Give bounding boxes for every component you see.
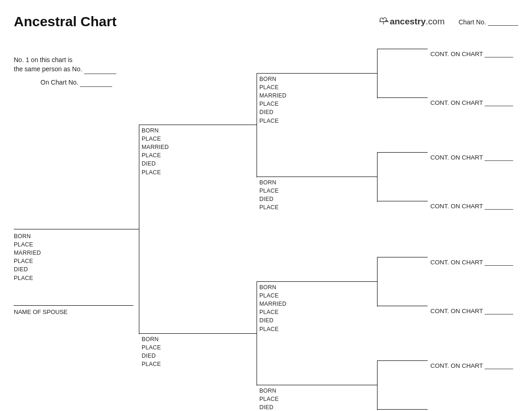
cont-8: CONT. ON CHART xyxy=(430,51,513,57)
bracket-gen3-bot xyxy=(257,281,257,386)
person-3: BORNPLACE DIEDPLACE xyxy=(142,335,257,369)
cont-12: CONT. ON CHART xyxy=(430,259,513,266)
ancestral-tree: BORNPLACE MARRIEDPLACE DIEDPLACE NAME OF… xyxy=(14,91,518,411)
person-1: BORNPLACE MARRIEDPLACE DIEDPLACE xyxy=(14,228,139,282)
person-6: BORNPLACE MARRIEDPLACE DIEDPLACE xyxy=(259,283,374,333)
bracket-gen4-4 xyxy=(377,360,378,410)
cont-9: CONT. ON CHART xyxy=(430,99,513,106)
cont-11: CONT. ON CHART xyxy=(430,203,513,210)
person-4: BORNPLACE MARRIEDPLACE DIEDPLACE xyxy=(259,75,374,125)
person-7: BORNPLACE DIEDPLACE xyxy=(259,387,374,411)
person-5: BORNPLACE DIEDPLACE xyxy=(259,178,374,212)
bracket-gen4-1 xyxy=(377,49,378,98)
cont-13: CONT. ON CHART xyxy=(430,308,513,314)
brand-name: ancestry xyxy=(390,17,426,26)
bracket-gen3-top xyxy=(257,73,257,177)
bracket-gen2 xyxy=(139,125,139,334)
bracket-gen4-2 xyxy=(377,152,378,202)
cont-14: CONT. ON CHART xyxy=(430,362,513,369)
leaf-icon xyxy=(379,16,389,28)
brand-logo: ancestry.com xyxy=(379,16,445,28)
brand-dotcom: .com xyxy=(426,17,445,26)
spouse-line: NAME OF SPOUSE xyxy=(14,305,133,315)
chart-number-label: Chart No. xyxy=(458,18,518,26)
person-2: BORNPLACE MARRIEDPLACE DIEDPLACE xyxy=(142,126,257,177)
bracket-gen4-3 xyxy=(377,257,378,307)
cont-10: CONT. ON CHART xyxy=(430,154,513,161)
